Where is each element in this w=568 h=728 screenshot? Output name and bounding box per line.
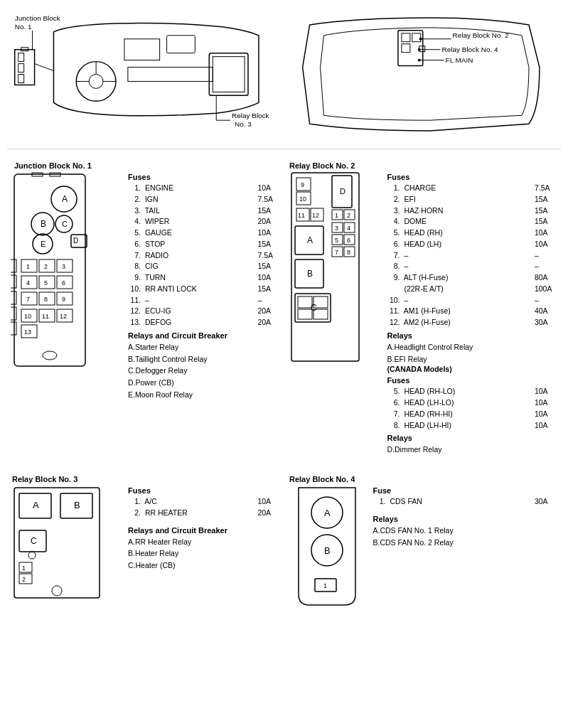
svg-text:B: B [324,545,331,556]
rb4-fuse-list: 1. CDS FAN 30A [373,496,558,508]
svg-rect-16 [209,53,248,96]
svg-rect-4 [18,53,24,62]
list-item: 1. CDS FAN 30A [373,496,558,508]
junction-block-1-diagram: Junction Block No. 1 A B C [11,160,121,456]
list-item: 5. HEAD (RH-LO) 10A [387,386,558,397]
relay-block-4-diagram: Relay Block No. 4 A B 1 [288,473,366,617]
svg-text:4: 4 [347,225,350,232]
list-item: 11. – – [128,295,281,306]
rb3-fuse-list: 1. A/C 10A2. RR HEATER 20A [128,496,281,519]
list-item: 7. RADIO 7.5A [128,250,281,262]
svg-point-134 [52,586,62,596]
svg-text:A: A [324,508,331,518]
list-item: C.Heater (CB) [128,560,281,572]
top-left-diagram: Junction Block No. 1 [7,7,284,149]
svg-rect-119 [298,309,312,319]
svg-rect-15 [128,68,213,82]
svg-rect-58 [11,307,16,320]
list-item: A.Starter Relay [128,341,281,353]
svg-text:7: 7 [26,296,30,303]
trunk-diagram: Relay Block No. 2 Relay Block No. 4 FL M… [288,11,558,145]
svg-rect-3 [15,50,35,85]
list-item: A.Headlight Control Relay [387,341,558,353]
bottom-section: Relay Block No. 3 A B C [7,470,561,621]
svg-text:FL MAIN: FL MAIN [445,56,473,64]
list-item: 1. A/C 10A [128,496,281,508]
junction-block-1-info: Fuses 1. ENGINE 10A2. IGN 7.5A3. TAIL 15… [121,160,281,456]
page: Junction Block No. 1 [0,0,568,728]
svg-text:Relay Block No. 4: Relay Block No. 4 [289,475,355,483]
svg-text:B: B [41,219,46,229]
rb2-relays-label: Relays [387,331,558,340]
svg-rect-17 [213,57,245,92]
list-item: 1. CHARGE 7.5A [387,183,558,194]
svg-point-9 [89,75,103,89]
svg-text:A: A [307,235,313,245]
list-item: 2. RR HEATER 20A [128,508,281,519]
svg-rect-14 [167,36,195,53]
jb1-fuses-label: Fuses [128,173,281,181]
svg-text:3: 3 [335,225,338,232]
list-item: 8. – – [387,261,558,272]
jb1-relay-list: A.Starter RelayB.Taillight Control Relay… [128,341,281,401]
svg-text:5: 5 [44,279,48,287]
dashboard-diagram: Junction Block No. 1 [11,11,281,145]
list-item: 9. TURN 10A [128,272,281,284]
svg-rect-13 [124,39,160,60]
svg-text:10: 10 [299,196,306,203]
rb2-canada-relays-label: Relays [387,434,558,442]
list-item: C.Defogger Relay [128,365,281,377]
svg-text:D: D [73,237,78,245]
relay-block-2-diagram: Relay Block No. 2 9 10 D 11 [288,160,380,456]
svg-text:9: 9 [62,296,65,303]
svg-rect-57 [11,291,16,304]
junction-block-1-section: Junction Block No. 1 A B C [7,156,284,459]
relay-block-3-section: Relay Block No. 3 A B C [7,470,284,621]
list-item: A.CDS FAN No. 1 Relay [373,525,558,537]
svg-text:7: 7 [335,249,338,256]
rb2-canada-label: (CANADA Models) [387,365,558,373]
svg-text:6: 6 [62,279,65,287]
svg-text:2: 2 [22,576,26,583]
relay-block-2-info: Fuses 1. CHARGE 7.5A2. EFI 15A3. HAZ·HOR… [380,160,558,456]
svg-point-129 [28,552,36,559]
svg-text:9: 9 [301,181,304,188]
relay-block-4-info: Fuse 1. CDS FAN 30A Relays A.CDS FAN No.… [366,473,558,617]
list-item: 2. IGN 7.5A [128,194,281,205]
svg-text:C: C [62,220,68,228]
list-item: 5. GAUGE 10A [128,228,281,239]
list-item: 10. – – [387,295,558,306]
list-item: 6. HEAD (LH) 10A [387,239,558,250]
list-item: B.EFI Relay [387,353,558,365]
list-item: 7. HEAD (RH-HI) 10A [387,409,558,420]
relay-block-4-section: Relay Block No. 4 A B 1 [284,470,562,621]
list-item: 8. HEAD (LH-HI) 10A [387,420,558,432]
list-item: 6. STOP 15A [128,239,281,250]
rb2-fuse-list: 1. CHARGE 7.5A2. EFI 15A3. HAZ·HORN 15A4… [387,183,558,328]
svg-text:13: 13 [24,328,31,336]
svg-text:2: 2 [347,212,350,219]
svg-rect-49 [11,259,16,272]
svg-text:3: 3 [62,263,65,270]
svg-point-80 [43,351,57,360]
rb4-fuse-label: Fuse [373,486,558,495]
svg-rect-117 [298,296,312,308]
svg-text:Relay Block: Relay Block [232,112,269,119]
svg-text:1: 1 [26,263,30,270]
svg-text:Relay Block No. 3: Relay Block No. 3 [12,475,77,483]
list-item: D.Dimmer Relay [387,444,558,456]
jb1-fuse-list: 1. ENGINE 10A2. IGN 7.5A3. TAIL 15A4. WI… [128,183,281,328]
list-item: 8. CIG 15A [128,261,281,272]
svg-rect-32 [412,33,420,42]
svg-text:Junction Block: Junction Block [15,14,60,22]
svg-rect-30 [401,33,409,42]
list-item: 2. EFI 15A [387,194,558,205]
list-item: (22R-E A/T) 100A [387,284,558,295]
list-item: 12. AM2 (H-Fuse) 30A [387,317,558,328]
svg-text:D: D [340,187,345,196]
top-diagrams: Junction Block No. 1 [7,7,561,149]
svg-text:11: 11 [42,313,49,320]
svg-text:12: 12 [60,313,67,320]
svg-rect-71 [11,322,16,335]
list-item: 6. HEAD (LH-LO) 10A [387,397,558,409]
